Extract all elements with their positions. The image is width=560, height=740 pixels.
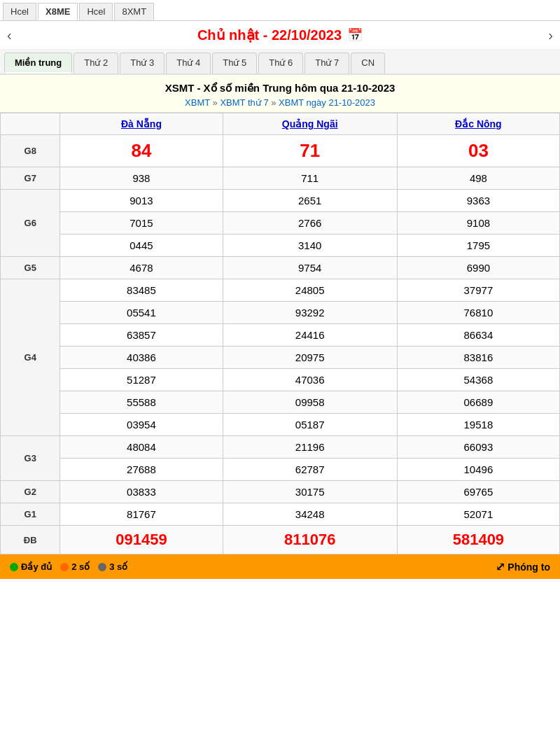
legend-3so-label: 3 số [109,561,127,572]
g4-4-dak-nong: 83816 [397,347,559,369]
page-title: XSMT - Xổ số miền Trung hôm qua 21-10-20… [7,82,553,95]
g5-dak-nong: 6990 [397,257,559,279]
g4-3-quang-ngai: 24416 [223,324,397,347]
top-tab-8xmt[interactable]: 8XMT [114,3,154,20]
g4-5-quang-ngai: 47036 [223,369,397,391]
top-tab-hcel1[interactable]: Hcel [3,3,36,20]
row-db: ĐB 091459 811076 581409 [1,526,560,554]
top-tabs-bar: Hcel X8ME Hcel 8XMT [0,0,560,21]
lottery-table: Đà Nẵng Quảng Ngãi Đắc Nông G8 84 71 03 … [0,113,560,554]
g4-3-dak-nong: 86634 [397,324,559,347]
legend-3so: 3 số [98,561,127,572]
g4-6-da-nang: 55588 [60,391,223,414]
breadcrumb-link-2[interactable]: XBMT thứ 7 [220,97,268,108]
g8-dak-nong: 03 [397,135,559,167]
g3-2-da-nang: 27688 [60,459,223,481]
g4-7-quang-ngai: 05187 [223,414,397,436]
row-g4-2: 05541 93292 76810 [1,302,560,324]
tab-thu6[interactable]: Thứ 6 [258,53,303,74]
g6-1-quang-ngai: 2651 [223,190,397,212]
g6-3-da-nang: 0445 [60,235,223,257]
label-g6: G6 [1,190,60,257]
g6-2-dak-nong: 9108 [397,212,559,235]
g4-4-quang-ngai: 20975 [223,347,397,369]
label-g1: G1 [1,503,60,526]
g2-da-nang: 03833 [60,481,223,503]
g4-6-quang-ngai: 09958 [223,391,397,414]
g7-da-nang: 938 [60,167,223,190]
expand-button[interactable]: ⤢ Phóng to [496,560,550,573]
table-header-row: Đà Nẵng Quảng Ngãi Đắc Nông [1,113,560,135]
date-nav-title: Chủ nhật - 22/10/2023 [197,27,342,43]
g3-1-quang-ngai: 21196 [223,436,397,459]
label-g3: G3 [1,436,60,481]
dot-green [10,563,18,571]
g4-1-dak-nong: 37977 [397,279,559,302]
g4-5-da-nang: 51287 [60,369,223,391]
g7-dak-nong: 498 [397,167,559,190]
row-g4-6: 55588 09958 06689 [1,391,560,414]
tab-mien-trung[interactable]: Miền trung [4,53,72,74]
dot-orange [60,563,69,571]
label-g4: G4 [1,279,60,436]
g1-da-nang: 81767 [60,503,223,526]
db-quang-ngai: 811076 [223,526,397,554]
g6-3-dak-nong: 1795 [397,235,559,257]
tab-thu2[interactable]: Thứ 2 [74,53,118,74]
breadcrumb-link-1[interactable]: XBMT [185,97,210,108]
g4-2-dak-nong: 76810 [397,302,559,324]
label-g8: G8 [1,135,60,167]
g4-7-dak-nong: 19518 [397,414,559,436]
row-g4-1: G4 83485 24805 37977 [1,279,560,302]
g3-1-dak-nong: 66093 [397,436,559,459]
legend-2so: 2 số [60,561,90,572]
row-g8: G8 84 71 03 [1,135,560,167]
tab-cn[interactable]: CN [351,53,385,74]
g4-4-da-nang: 40386 [60,347,223,369]
breadcrumb-link-3[interactable]: XBMT ngày 21-10-2023 [279,97,375,108]
g4-2-quang-ngai: 93292 [223,302,397,324]
g4-3-da-nang: 63857 [60,324,223,347]
footer-bar: Đầy đủ 2 số 3 số ⤢ Phóng to [0,554,560,579]
tab-thu4[interactable]: Thứ 4 [166,53,211,74]
tab-thu7[interactable]: Thứ 7 [304,53,349,74]
g1-dak-nong: 52071 [397,503,559,526]
row-g5: G5 4678 9754 6990 [1,257,560,279]
next-date-button[interactable]: › [548,27,553,43]
tab-thu5[interactable]: Thứ 5 [212,53,257,74]
row-g7: G7 938 711 498 [1,167,560,190]
row-g4-4: 40386 20975 83816 [1,347,560,369]
g4-7-da-nang: 03954 [60,414,223,436]
top-tab-hcel2[interactable]: Hcel [79,3,113,20]
g6-2-da-nang: 7015 [60,212,223,235]
g6-2-quang-ngai: 2766 [223,212,397,235]
row-g4-7: 03954 05187 19518 [1,414,560,436]
label-g2: G2 [1,481,60,503]
expand-icon: ⤢ [496,560,505,573]
g5-quang-ngai: 9754 [223,257,397,279]
footer-legend: Đầy đủ 2 số 3 số [10,561,127,572]
col-header-label [1,113,60,135]
g4-1-da-nang: 83485 [60,279,223,302]
g4-6-dak-nong: 06689 [397,391,559,414]
dot-gray [98,563,106,571]
row-g6-1: G6 9013 2651 9363 [1,190,560,212]
db-da-nang: 091459 [60,526,223,554]
label-db: ĐB [1,526,60,554]
g4-5-dak-nong: 54368 [397,369,559,391]
legend-2so-label: 2 số [71,561,90,572]
top-tab-x8me[interactable]: X8ME [38,3,78,20]
tab-thu3[interactable]: Thứ 3 [120,53,164,74]
db-dak-nong: 581409 [397,526,559,554]
row-g4-3: 63857 24416 86634 [1,324,560,347]
row-g2: G2 03833 30175 69765 [1,481,560,503]
g3-2-dak-nong: 10496 [397,459,559,481]
prev-date-button[interactable]: ‹ [7,27,12,43]
breadcrumb-sep-1: » [213,97,220,108]
calendar-icon[interactable]: 📅 [347,27,363,43]
g7-quang-ngai: 711 [223,167,397,190]
col-header-da-nang: Đà Nẵng [60,113,223,135]
g3-1-da-nang: 48084 [60,436,223,459]
col-header-dak-nong: Đắc Nông [397,113,559,135]
g8-da-nang: 84 [60,135,223,167]
